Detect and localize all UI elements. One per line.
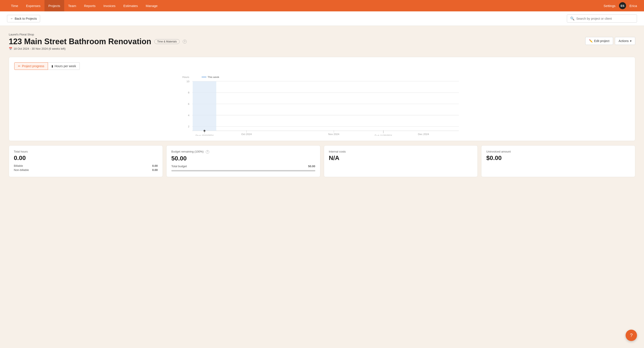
type-help-icon[interactable]: ?	[183, 40, 187, 43]
client-name: Laurel's Floral Shop	[9, 33, 635, 36]
stats-row: Total hours 0.00 Billable 0.00 Non-billa…	[9, 145, 635, 177]
bar-chart-icon: ▮	[52, 64, 53, 68]
svg-text:10: 10	[186, 80, 190, 83]
budget-label-text: Budget remaining (100%)	[171, 150, 204, 153]
date-range: 📅 18 Oct 2024 - 30 Nov 2024 (6 weeks lef…	[9, 47, 187, 50]
billable-row: Billable 0.00	[14, 164, 158, 168]
edit-project-button[interactable]: ✏️ Edit project	[585, 37, 613, 45]
project-title: 123 Main Street Bathroom Renovation	[9, 37, 151, 46]
search-icon: 🔍	[570, 16, 574, 20]
help-fab-icon: ?	[630, 333, 632, 338]
project-actions: ✏️ Edit project Actions ▾	[585, 37, 635, 45]
svg-text:6: 6	[188, 102, 190, 106]
tab-hours-label: Hours per week	[54, 64, 76, 68]
project-header: 123 Main Street Bathroom Renovation Time…	[9, 37, 635, 56]
y-axis-label: Hours	[182, 75, 189, 79]
stat-card-total-hours: Total hours 0.00 Billable 0.00 Non-billa…	[9, 145, 163, 177]
svg-text:This week: This week	[208, 75, 219, 79]
budget-help-icon[interactable]: ?	[206, 150, 209, 154]
svg-text:2: 2	[188, 125, 190, 128]
nav-username[interactable]: Erica	[630, 4, 637, 8]
nav-estimates[interactable]: Estimates	[120, 0, 142, 11]
chevron-down-icon: ▾	[630, 39, 632, 43]
tab-hours-per-week[interactable]: ▮ Hours per week	[48, 62, 80, 70]
project-type-label: Time & Materials	[157, 40, 177, 43]
total-hours-value: 0.00	[14, 155, 158, 162]
tab-progress-label: Project progress	[22, 64, 44, 68]
actions-label: Actions	[618, 39, 629, 43]
back-button-label: Back to Projects	[15, 17, 37, 20]
nav-projects[interactable]: Projects	[44, 0, 64, 11]
internal-costs-label: Internal costs	[329, 150, 473, 153]
back-button[interactable]: ← Back to Projects	[7, 15, 40, 22]
total-budget-value: 50.00	[308, 165, 315, 168]
calendar-icon: 📅	[9, 47, 12, 50]
tab-project-progress[interactable]: ✏ Project progress	[14, 62, 48, 70]
budget-value: 50.00	[171, 155, 315, 162]
stat-card-internal-costs: Internal costs N/A	[324, 145, 478, 177]
edit-project-label: Edit project	[594, 39, 610, 43]
back-arrow-icon: ←	[10, 17, 13, 20]
total-budget-label: Total budget	[171, 165, 187, 168]
chart-tabs: ✏ Project progress ▮ Hours per week	[14, 62, 630, 70]
nav-team[interactable]: Team	[64, 0, 80, 11]
stat-card-budget: Budget remaining (100%) ? 50.00 Total bu…	[166, 145, 320, 177]
search-input[interactable]	[576, 17, 634, 20]
project-type-badge: Time & Materials	[154, 39, 180, 44]
chart-card: ✏ Project progress ▮ Hours per week Hour…	[9, 57, 635, 141]
nav-time[interactable]: Time	[7, 0, 22, 11]
nav-settings-link[interactable]: Settings	[604, 4, 616, 8]
budget-label: Budget remaining (100%) ?	[171, 150, 315, 154]
search-box: 🔍	[567, 14, 637, 22]
svg-text:Start: 10/18/2024: Start: 10/18/2024	[196, 134, 214, 136]
toolbar: ← Back to Projects 🔍	[0, 11, 644, 26]
chart-area: Hours This week 10 8 6 4 2	[14, 74, 630, 136]
user-avatar[interactable]: ES	[619, 2, 626, 9]
svg-text:Oct 2024: Oct 2024	[241, 133, 252, 136]
uninvoiced-value: $0.00	[486, 155, 630, 162]
nav-invoices[interactable]: Invoices	[100, 0, 120, 11]
non-billable-row: Non-billable 0.00	[14, 168, 158, 172]
project-title-row: 123 Main Street Bathroom Renovation Time…	[9, 37, 187, 46]
billable-value: 0.00	[152, 164, 158, 168]
internal-costs-value: N/A	[329, 155, 473, 162]
billable-label: Billable	[14, 164, 23, 168]
total-budget-row: Total budget 50.00	[171, 165, 315, 168]
svg-rect-13	[192, 81, 216, 131]
actions-button[interactable]: Actions ▾	[615, 37, 635, 45]
main-nav: Time Expenses Projects Team Reports Invo…	[0, 0, 644, 11]
chart-svg: Hours This week 10 8 6 4 2	[14, 74, 630, 136]
nav-reports[interactable]: Reports	[80, 0, 100, 11]
stat-card-uninvoiced: Uninvoiced amount $0.00	[481, 145, 635, 177]
svg-text:Nov 2024: Nov 2024	[328, 133, 340, 136]
project-title-section: 123 Main Street Bathroom Renovation Time…	[9, 37, 187, 56]
date-range-text: 18 Oct 2024 - 30 Nov 2024 (6 weeks left)	[14, 47, 66, 50]
budget-progress-bar	[171, 170, 315, 171]
non-billable-label: Non-billable	[14, 168, 29, 172]
svg-text:Dec 2024: Dec 2024	[418, 133, 429, 136]
svg-text:End: 11/30/2024: End: 11/30/2024	[375, 134, 392, 136]
edit-icon: ✏️	[589, 39, 593, 43]
nav-links: Time Expenses Projects Team Reports Invo…	[7, 0, 604, 11]
total-hours-label: Total hours	[14, 150, 158, 153]
uninvoiced-label: Uninvoiced amount	[486, 150, 630, 153]
budget-progress-fill	[171, 170, 315, 171]
help-fab[interactable]: ?	[626, 330, 637, 341]
nav-right: Settings ES Erica	[604, 2, 637, 9]
svg-text:4: 4	[188, 114, 190, 117]
svg-text:8: 8	[188, 91, 190, 94]
nav-expenses[interactable]: Expenses	[22, 0, 44, 11]
non-billable-value: 0.00	[152, 168, 158, 172]
nav-manage[interactable]: Manage	[142, 0, 162, 11]
main-content: Laurel's Floral Shop 123 Main Street Bat…	[0, 26, 644, 184]
line-chart-icon: ✏	[18, 64, 20, 68]
